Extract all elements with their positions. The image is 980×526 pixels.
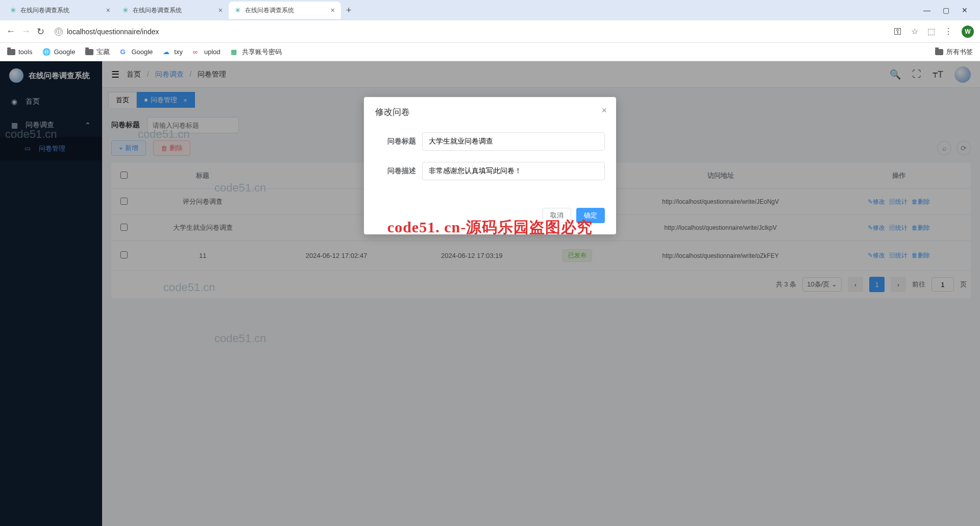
menu-dots-icon[interactable]: ⋮ (944, 27, 952, 36)
bookmark-item[interactable]: ☁txy (163, 48, 183, 56)
bookmarks-bar: tools 🌐Google 宝藏 GGoogle ☁txy ∞uplod ▦共享… (0, 43, 980, 61)
bookmark-item[interactable]: 🌐Google (42, 48, 75, 56)
tab-title: 在线问卷调查系统 (245, 6, 294, 15)
folder-icon (7, 49, 15, 55)
cloud-icon: ☁ (163, 48, 171, 56)
leaf-icon: ✳ (10, 6, 16, 14)
google-icon: G (120, 48, 128, 56)
sheet-icon: ▦ (231, 48, 239, 56)
browser-tab-active[interactable]: ✳ 在线问卷调查系统 × (229, 2, 341, 19)
confirm-button[interactable]: 确定 (576, 208, 605, 223)
password-key-icon[interactable]: ⚿ (894, 27, 902, 36)
link-icon: ∞ (193, 48, 201, 56)
minimize-icon[interactable]: — (923, 6, 930, 14)
back-icon[interactable]: ← (6, 26, 15, 37)
modal-close-icon[interactable]: × (601, 105, 607, 116)
star-icon[interactable]: ☆ (911, 27, 918, 36)
edit-modal: 修改问卷 × 问卷标题 问卷描述 取消 确定 (364, 97, 616, 234)
leaf-icon: ✳ (122, 6, 129, 14)
browser-tab[interactable]: ✳ 在线问卷调查系统 × (116, 2, 229, 19)
profile-avatar[interactable]: W (962, 26, 974, 38)
modal-overlay[interactable]: 修改问卷 × 问卷标题 问卷描述 取消 确定 code51 (0, 61, 980, 526)
url-field[interactable]: ⓘ localhost/questionnaire/index (51, 23, 888, 40)
leaf-icon: ✳ (235, 6, 241, 14)
bookmark-item[interactable]: tools (7, 48, 32, 56)
form-label-desc: 问卷描述 (375, 166, 416, 176)
site-info-icon[interactable]: ⓘ (55, 28, 63, 36)
globe-icon: 🌐 (42, 48, 51, 56)
form-label-title: 问卷标题 (375, 137, 416, 146)
new-tab-button[interactable]: + (341, 5, 357, 16)
folder-icon (935, 49, 943, 55)
bookmark-item[interactable]: 宝藏 (85, 47, 110, 57)
browser-tab-bar: ✳ 在线问卷调查系统 × ✳ 在线问卷调查系统 × ✳ 在线问卷调查系统 × +… (0, 0, 980, 20)
form-input-title[interactable] (422, 132, 605, 151)
form-input-desc[interactable] (422, 162, 605, 180)
address-bar: ← → ↻ ⓘ localhost/questionnaire/index ⚿ … (0, 20, 980, 43)
close-window-icon[interactable]: ✕ (962, 6, 968, 14)
tab-title: 在线问卷调查系统 (20, 6, 69, 15)
url-text: localhost/questionnaire/index (67, 28, 159, 36)
maximize-icon[interactable]: ▢ (943, 6, 949, 14)
cancel-button[interactable]: 取消 (543, 208, 571, 223)
close-icon[interactable]: × (106, 6, 110, 14)
bookmark-item[interactable]: GGoogle (120, 48, 153, 56)
all-bookmarks[interactable]: 所有书签 (935, 47, 973, 57)
close-icon[interactable]: × (331, 6, 335, 14)
modal-title: 修改问卷 (364, 97, 616, 127)
bookmark-item[interactable]: ∞uplod (193, 48, 220, 56)
close-icon[interactable]: × (218, 6, 223, 14)
reload-icon[interactable]: ↻ (37, 26, 44, 37)
extensions-icon[interactable]: ⬚ (927, 27, 935, 36)
browser-tab[interactable]: ✳ 在线问卷调查系统 × (4, 2, 116, 19)
forward-icon[interactable]: → (21, 26, 31, 37)
window-controls: — ▢ ✕ (923, 6, 976, 14)
folder-icon (85, 49, 93, 55)
tab-title: 在线问卷调查系统 (133, 6, 182, 15)
bookmark-item[interactable]: ▦共享账号密码 (231, 47, 282, 57)
